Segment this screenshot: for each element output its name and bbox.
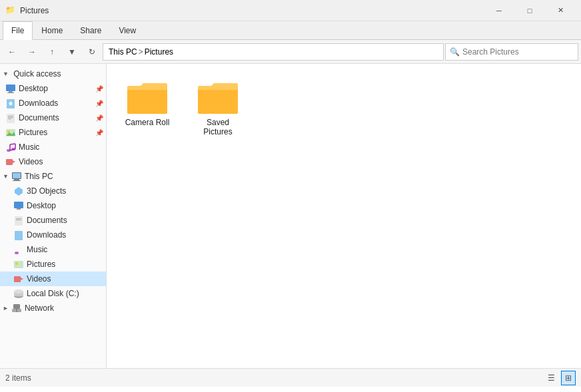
svg-rect-31 (15, 231, 23, 240)
up-button[interactable]: ↑ (43, 43, 61, 61)
svg-rect-2 (7, 93, 14, 93)
sidebar-item-downloads[interactable]: Downloads 📌 (0, 96, 106, 110)
sidebar-item-desktop[interactable]: Desktop 📌 (0, 81, 106, 96)
svg-rect-24 (13, 180, 21, 181)
pin-icon: 📌 (95, 85, 103, 93)
pictures-icon (5, 127, 16, 138)
svg-line-18 (10, 144, 15, 144)
sidebar-network-label: Network (25, 303, 54, 313)
search-box[interactable]: 🔍 (445, 43, 578, 61)
svg-rect-35 (14, 276, 21, 282)
downloads2-icon (13, 230, 24, 240)
title-bar-left: 📁 Pictures (5, 5, 49, 16)
tab-share[interactable]: Share (71, 21, 110, 39)
svg-point-39 (14, 290, 23, 294)
pin-icon-dc: 📌 (95, 114, 103, 122)
sidebar-item-localdisk[interactable]: Local Disk (C:) (0, 286, 106, 301)
svg-rect-30 (16, 220, 21, 220)
network-expand-arrow: ► (3, 305, 9, 311)
sidebar-item-3dobjects[interactable]: 3D Objects (0, 184, 106, 198)
close-button[interactable]: ✕ (545, 0, 576, 21)
music2-icon (13, 244, 24, 255)
sidebar-item-pictures-qa[interactable]: Pictures 📌 (0, 125, 106, 140)
pin-icon-dl: 📌 (95, 100, 103, 107)
folder-item-saved-pictures[interactable]: Saved Pictures (188, 75, 248, 141)
content-area: Camera Roll Saved Pictures (107, 64, 581, 368)
desktop2-icon (13, 200, 24, 211)
svg-rect-29 (16, 218, 21, 219)
folder-item-camera-roll[interactable]: Camera Roll (117, 75, 177, 141)
window-title: Pictures (20, 6, 49, 15)
sidebar-quickaccess-label: Quick access (11, 69, 61, 79)
thispc-expand-arrow: ▼ (3, 173, 9, 180)
sidebar-thispc-header[interactable]: ▼ This PC (0, 169, 106, 184)
main-layout: ▼ Quick access Desktop 📌 Downloads 📌 Doc… (0, 64, 581, 368)
3dobjects-icon (13, 186, 24, 196)
sidebar-pictures2-label: Pictures (27, 260, 55, 269)
sidebar-documents-label: Documents (19, 113, 59, 122)
svg-rect-1 (9, 91, 13, 93)
path-thispc: This PC (109, 47, 137, 57)
saved-pictures-label: Saved Pictures (193, 118, 243, 136)
downloads-icon (5, 98, 16, 108)
tab-view[interactable]: View (110, 21, 145, 39)
sidebar-desktop2-label: Desktop (27, 201, 56, 210)
window-controls: ─ □ ✕ (484, 0, 576, 21)
folder-icon: 📁 (5, 5, 16, 16)
sidebar-item-videos2[interactable]: Videos (0, 272, 106, 286)
camera-roll-folder-icon (126, 79, 169, 115)
recent-button[interactable]: ▼ (63, 43, 81, 61)
tab-home[interactable]: Home (33, 21, 71, 39)
search-input[interactable] (462, 47, 574, 57)
item-count: 2 items (5, 373, 31, 383)
sidebar: ▼ Quick access Desktop 📌 Downloads 📌 Doc… (0, 64, 107, 368)
sidebar-quickaccess-header[interactable]: ▼ Quick access (0, 67, 106, 81)
address-path[interactable]: This PC > Pictures (103, 43, 444, 61)
folder-grid: Camera Roll Saved Pictures (117, 75, 570, 141)
address-bar: ← → ↑ ▼ ↻ This PC > Pictures 🔍 (0, 40, 581, 64)
sidebar-network-header[interactable]: ► Network (0, 301, 106, 315)
sidebar-pictures-qa-label: Pictures (19, 128, 47, 137)
sidebar-item-videos-qa[interactable]: Videos (0, 154, 106, 169)
maximize-button[interactable]: □ (514, 0, 545, 21)
back-button[interactable]: ← (3, 43, 21, 61)
title-bar: 📁 Pictures ─ □ ✕ (0, 0, 581, 21)
desktop-icon (5, 83, 16, 94)
sidebar-music2-label: Music (27, 245, 47, 254)
documents-icon (5, 112, 16, 123)
sidebar-item-music2[interactable]: Music (0, 242, 106, 257)
svg-rect-28 (15, 216, 23, 226)
sidebar-downloads-label: Downloads (19, 98, 58, 108)
sidebar-localdisk-label: Local Disk (C:) (27, 289, 79, 298)
tiles-view-button[interactable]: ⊞ (561, 371, 576, 385)
svg-rect-0 (6, 85, 15, 91)
sidebar-item-downloads2[interactable]: Downloads (0, 228, 106, 242)
camera-roll-label: Camera Roll (125, 118, 170, 127)
sidebar-videos-qa-label: Videos (19, 157, 43, 166)
svg-line-15 (10, 149, 15, 150)
forward-button[interactable]: → (23, 43, 41, 61)
minimize-button[interactable]: ─ (484, 0, 514, 21)
sidebar-3dobjects-label: 3D Objects (27, 186, 66, 196)
svg-rect-22 (13, 173, 21, 178)
svg-rect-8 (8, 117, 13, 118)
sidebar-item-documents2[interactable]: Documents (0, 213, 106, 228)
expand-arrow: ▼ (3, 71, 9, 77)
svg-rect-27 (17, 208, 21, 210)
svg-rect-26 (14, 202, 23, 208)
details-view-button[interactable]: ☰ (544, 371, 558, 385)
localdisk-icon (13, 288, 24, 299)
sidebar-item-music[interactable]: Music (0, 140, 106, 154)
view-controls: ☰ ⊞ (544, 371, 576, 385)
svg-rect-23 (14, 179, 19, 180)
sidebar-item-desktop2[interactable]: Desktop (0, 198, 106, 213)
refresh-button[interactable]: ↻ (83, 43, 101, 61)
svg-rect-9 (8, 118, 11, 119)
pictures2-icon (13, 259, 24, 270)
videos-icon (5, 156, 16, 167)
path-pictures: Pictures (145, 47, 173, 57)
sidebar-item-documents[interactable]: Documents 📌 (0, 110, 106, 125)
sidebar-item-pictures2[interactable]: Pictures (0, 257, 106, 272)
svg-rect-7 (8, 116, 13, 116)
tab-file[interactable]: File (3, 21, 33, 40)
